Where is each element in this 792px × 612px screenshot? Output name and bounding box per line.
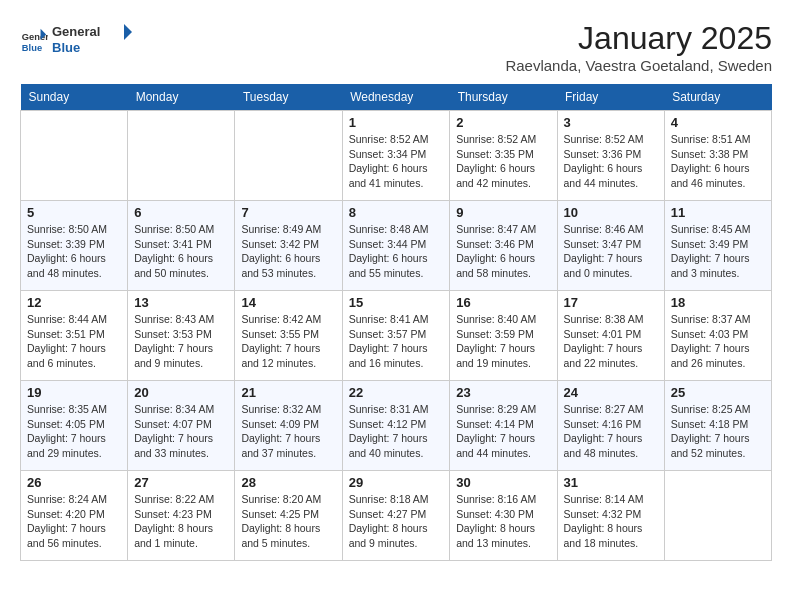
day-number: 5	[27, 205, 121, 220]
day-info: Sunrise: 8:14 AMSunset: 4:32 PMDaylight:…	[564, 492, 658, 551]
day-info: Sunrise: 8:52 AMSunset: 3:34 PMDaylight:…	[349, 132, 444, 191]
day-info: Sunrise: 8:45 AMSunset: 3:49 PMDaylight:…	[671, 222, 765, 281]
calendar: SundayMondayTuesdayWednesdayThursdayFrid…	[20, 84, 772, 561]
day-cell: 16Sunrise: 8:40 AMSunset: 3:59 PMDayligh…	[450, 291, 557, 381]
day-cell: 29Sunrise: 8:18 AMSunset: 4:27 PMDayligh…	[342, 471, 450, 561]
day-number: 9	[456, 205, 550, 220]
day-number: 7	[241, 205, 335, 220]
day-info: Sunrise: 8:50 AMSunset: 3:41 PMDaylight:…	[134, 222, 228, 281]
day-number: 16	[456, 295, 550, 310]
day-number: 4	[671, 115, 765, 130]
logo-icon: General Blue	[20, 27, 48, 55]
day-cell: 8Sunrise: 8:48 AMSunset: 3:44 PMDaylight…	[342, 201, 450, 291]
day-info: Sunrise: 8:38 AMSunset: 4:01 PMDaylight:…	[564, 312, 658, 371]
weekday-header-tuesday: Tuesday	[235, 84, 342, 111]
day-cell: 30Sunrise: 8:16 AMSunset: 4:30 PMDayligh…	[450, 471, 557, 561]
day-cell: 10Sunrise: 8:46 AMSunset: 3:47 PMDayligh…	[557, 201, 664, 291]
day-cell: 25Sunrise: 8:25 AMSunset: 4:18 PMDayligh…	[664, 381, 771, 471]
day-number: 24	[564, 385, 658, 400]
day-cell: 24Sunrise: 8:27 AMSunset: 4:16 PMDayligh…	[557, 381, 664, 471]
day-info: Sunrise: 8:52 AMSunset: 3:36 PMDaylight:…	[564, 132, 658, 191]
day-cell: 17Sunrise: 8:38 AMSunset: 4:01 PMDayligh…	[557, 291, 664, 381]
day-info: Sunrise: 8:16 AMSunset: 4:30 PMDaylight:…	[456, 492, 550, 551]
day-number: 27	[134, 475, 228, 490]
svg-marker-5	[124, 24, 132, 40]
day-cell	[664, 471, 771, 561]
day-info: Sunrise: 8:18 AMSunset: 4:27 PMDaylight:…	[349, 492, 444, 551]
day-info: Sunrise: 8:24 AMSunset: 4:20 PMDaylight:…	[27, 492, 121, 551]
day-number: 18	[671, 295, 765, 310]
day-cell: 12Sunrise: 8:44 AMSunset: 3:51 PMDayligh…	[21, 291, 128, 381]
day-cell: 26Sunrise: 8:24 AMSunset: 4:20 PMDayligh…	[21, 471, 128, 561]
day-number: 11	[671, 205, 765, 220]
week-row-4: 19Sunrise: 8:35 AMSunset: 4:05 PMDayligh…	[21, 381, 772, 471]
day-number: 30	[456, 475, 550, 490]
day-info: Sunrise: 8:22 AMSunset: 4:23 PMDaylight:…	[134, 492, 228, 551]
day-info: Sunrise: 8:29 AMSunset: 4:14 PMDaylight:…	[456, 402, 550, 461]
day-info: Sunrise: 8:41 AMSunset: 3:57 PMDaylight:…	[349, 312, 444, 371]
day-number: 17	[564, 295, 658, 310]
day-number: 2	[456, 115, 550, 130]
day-info: Sunrise: 8:32 AMSunset: 4:09 PMDaylight:…	[241, 402, 335, 461]
svg-text:General: General	[52, 24, 100, 39]
day-number: 21	[241, 385, 335, 400]
day-number: 20	[134, 385, 228, 400]
day-cell: 4Sunrise: 8:51 AMSunset: 3:38 PMDaylight…	[664, 111, 771, 201]
weekday-header-friday: Friday	[557, 84, 664, 111]
weekday-header-monday: Monday	[128, 84, 235, 111]
day-cell: 23Sunrise: 8:29 AMSunset: 4:14 PMDayligh…	[450, 381, 557, 471]
logo: General Blue General Blue	[20, 20, 142, 62]
day-cell: 6Sunrise: 8:50 AMSunset: 3:41 PMDaylight…	[128, 201, 235, 291]
day-number: 6	[134, 205, 228, 220]
week-row-3: 12Sunrise: 8:44 AMSunset: 3:51 PMDayligh…	[21, 291, 772, 381]
day-info: Sunrise: 8:44 AMSunset: 3:51 PMDaylight:…	[27, 312, 121, 371]
day-info: Sunrise: 8:48 AMSunset: 3:44 PMDaylight:…	[349, 222, 444, 281]
day-cell: 14Sunrise: 8:42 AMSunset: 3:55 PMDayligh…	[235, 291, 342, 381]
day-number: 1	[349, 115, 444, 130]
day-info: Sunrise: 8:49 AMSunset: 3:42 PMDaylight:…	[241, 222, 335, 281]
day-info: Sunrise: 8:40 AMSunset: 3:59 PMDaylight:…	[456, 312, 550, 371]
weekday-header-wednesday: Wednesday	[342, 84, 450, 111]
day-cell: 18Sunrise: 8:37 AMSunset: 4:03 PMDayligh…	[664, 291, 771, 381]
day-cell: 9Sunrise: 8:47 AMSunset: 3:46 PMDaylight…	[450, 201, 557, 291]
day-info: Sunrise: 8:27 AMSunset: 4:16 PMDaylight:…	[564, 402, 658, 461]
day-number: 13	[134, 295, 228, 310]
weekday-header-thursday: Thursday	[450, 84, 557, 111]
day-number: 28	[241, 475, 335, 490]
day-info: Sunrise: 8:47 AMSunset: 3:46 PMDaylight:…	[456, 222, 550, 281]
day-cell	[128, 111, 235, 201]
week-row-2: 5Sunrise: 8:50 AMSunset: 3:39 PMDaylight…	[21, 201, 772, 291]
day-number: 15	[349, 295, 444, 310]
day-info: Sunrise: 8:52 AMSunset: 3:35 PMDaylight:…	[456, 132, 550, 191]
logo-text: General Blue	[52, 20, 142, 62]
day-number: 10	[564, 205, 658, 220]
day-cell: 21Sunrise: 8:32 AMSunset: 4:09 PMDayligh…	[235, 381, 342, 471]
svg-text:Blue: Blue	[22, 43, 42, 53]
day-cell: 3Sunrise: 8:52 AMSunset: 3:36 PMDaylight…	[557, 111, 664, 201]
day-cell: 22Sunrise: 8:31 AMSunset: 4:12 PMDayligh…	[342, 381, 450, 471]
day-cell: 5Sunrise: 8:50 AMSunset: 3:39 PMDaylight…	[21, 201, 128, 291]
page-header: General Blue General Blue January 2025 R…	[20, 20, 772, 74]
day-cell: 27Sunrise: 8:22 AMSunset: 4:23 PMDayligh…	[128, 471, 235, 561]
day-info: Sunrise: 8:31 AMSunset: 4:12 PMDaylight:…	[349, 402, 444, 461]
svg-text:Blue: Blue	[52, 40, 80, 55]
location: Raevlanda, Vaestra Goetaland, Sweden	[505, 57, 772, 74]
day-info: Sunrise: 8:20 AMSunset: 4:25 PMDaylight:…	[241, 492, 335, 551]
day-number: 8	[349, 205, 444, 220]
day-number: 19	[27, 385, 121, 400]
day-info: Sunrise: 8:42 AMSunset: 3:55 PMDaylight:…	[241, 312, 335, 371]
day-info: Sunrise: 8:50 AMSunset: 3:39 PMDaylight:…	[27, 222, 121, 281]
month-title: January 2025	[505, 20, 772, 57]
day-info: Sunrise: 8:51 AMSunset: 3:38 PMDaylight:…	[671, 132, 765, 191]
day-info: Sunrise: 8:37 AMSunset: 4:03 PMDaylight:…	[671, 312, 765, 371]
day-cell: 15Sunrise: 8:41 AMSunset: 3:57 PMDayligh…	[342, 291, 450, 381]
day-info: Sunrise: 8:46 AMSunset: 3:47 PMDaylight:…	[564, 222, 658, 281]
day-cell: 11Sunrise: 8:45 AMSunset: 3:49 PMDayligh…	[664, 201, 771, 291]
day-cell: 13Sunrise: 8:43 AMSunset: 3:53 PMDayligh…	[128, 291, 235, 381]
day-info: Sunrise: 8:34 AMSunset: 4:07 PMDaylight:…	[134, 402, 228, 461]
week-row-5: 26Sunrise: 8:24 AMSunset: 4:20 PMDayligh…	[21, 471, 772, 561]
day-cell	[21, 111, 128, 201]
day-cell	[235, 111, 342, 201]
weekday-header-sunday: Sunday	[21, 84, 128, 111]
weekday-header-saturday: Saturday	[664, 84, 771, 111]
